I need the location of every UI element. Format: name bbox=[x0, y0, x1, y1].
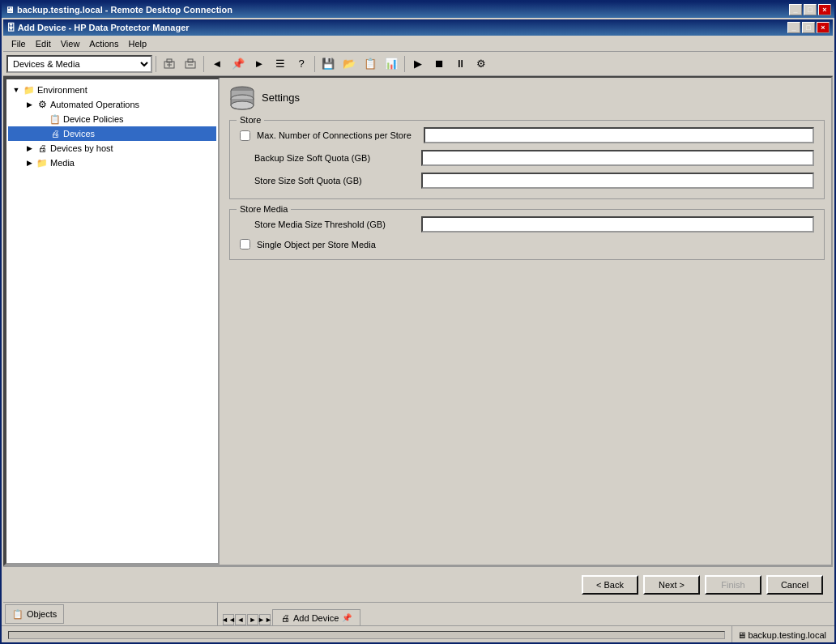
tree-expander-media[interactable]: ▶ bbox=[23, 159, 36, 167]
server-icon: 🖥 bbox=[737, 630, 746, 640]
tree-label-media: Media bbox=[50, 158, 75, 168]
tree-icon-devices: 🖨 bbox=[49, 127, 62, 140]
settings-panel: Settings Store Max. Number of Connection… bbox=[223, 78, 831, 565]
tab-nav-next[interactable]: ► bbox=[247, 614, 258, 625]
tree-expander-automated-ops[interactable]: ▶ bbox=[23, 100, 36, 109]
tree-item-devices-by-host[interactable]: ▶ 🖨 Devices by host bbox=[8, 141, 216, 156]
inner-title-bar: 🗄 Add Device - HP Data Protector Manager… bbox=[3, 19, 833, 36]
max-connections-input[interactable] bbox=[424, 127, 814, 143]
backup-size-input[interactable] bbox=[421, 150, 814, 166]
menu-file[interactable]: File bbox=[6, 37, 31, 50]
menu-help[interactable]: Help bbox=[123, 37, 151, 50]
toolbar-view2-btn[interactable]: 📊 bbox=[382, 54, 401, 74]
toolbar-nav-next-btn[interactable]: ► bbox=[250, 54, 269, 74]
finish-button[interactable]: Finish bbox=[705, 575, 761, 595]
outer-restore-btn[interactable]: □ bbox=[804, 4, 817, 15]
store-size-row: Store Size Soft Quota (GB) bbox=[240, 173, 814, 189]
toolbar-help-btn[interactable]: ? bbox=[292, 54, 311, 74]
tree-label-devices: Devices bbox=[63, 129, 95, 139]
tree-item-media[interactable]: ▶ 📁 Media bbox=[8, 156, 216, 170]
store-size-label: Store Size Soft Quota (GB) bbox=[254, 176, 416, 186]
toolbar-view1-btn[interactable]: 📋 bbox=[360, 54, 380, 74]
tree-item-device-policies[interactable]: ▶ 📋 Device Policies bbox=[8, 112, 216, 126]
toolbar-restore-btn[interactable]: 📂 bbox=[339, 54, 359, 74]
outer-window-title: backup.testing.local - Remote Desktop Co… bbox=[17, 5, 232, 15]
tab-add-device[interactable]: 🖨 Add Device 📌 bbox=[272, 609, 360, 625]
bottom-bar: 📋 Objects ◄◄ ◄ ► ►► 🖨 Add Device 📌 bbox=[3, 602, 833, 625]
toolbar-stop-btn[interactable]: ⏹ bbox=[429, 54, 449, 74]
max-connections-checkbox[interactable] bbox=[240, 130, 250, 141]
store-media-group-title: Store Media bbox=[237, 204, 291, 214]
tab-nav-arrows: ◄◄ ◄ ► ►► bbox=[221, 614, 272, 625]
horizontal-scrollbar[interactable] bbox=[8, 631, 725, 639]
status-scrollbar-area bbox=[5, 626, 728, 643]
menu-actions[interactable]: Actions bbox=[84, 37, 123, 50]
tree-item-environment[interactable]: ▼ 📁 Environment bbox=[8, 83, 216, 97]
tab-nav-prev[interactable]: ◄ bbox=[235, 614, 246, 625]
single-object-row: Single Object per Store Media bbox=[240, 239, 814, 249]
objects-button[interactable]: 📋 Objects bbox=[5, 604, 64, 624]
toolbar-add-btn[interactable] bbox=[160, 54, 179, 74]
tab-pin-icon: 📌 bbox=[342, 613, 352, 622]
settings-header: Settings bbox=[229, 84, 825, 110]
status-bar: 🖥 backup.testing.local bbox=[2, 625, 834, 643]
server-name: backup.testing.local bbox=[748, 630, 826, 640]
menu-view[interactable]: View bbox=[56, 37, 85, 50]
toolbar-pin-btn[interactable]: 📌 bbox=[228, 54, 248, 74]
store-size-input[interactable] bbox=[421, 173, 814, 189]
objects-icon: 📋 bbox=[12, 609, 23, 620]
tree-label-devices-by-host: Devices by host bbox=[50, 143, 113, 153]
objects-label: Objects bbox=[27, 609, 57, 619]
toolbar-start-btn[interactable]: ▶ bbox=[408, 54, 428, 74]
context-dropdown[interactable]: Devices & Media bbox=[6, 55, 152, 73]
threshold-row: Store Media Size Threshold (GB) bbox=[240, 216, 814, 232]
inner-restore-btn[interactable]: □ bbox=[802, 22, 815, 33]
svg-point-9 bbox=[231, 101, 254, 109]
tab-bar: ◄◄ ◄ ► ►► 🖨 Add Device 📌 bbox=[218, 603, 833, 625]
threshold-label: Store Media Size Threshold (GB) bbox=[254, 220, 416, 229]
tree-icon-media: 📁 bbox=[36, 156, 49, 169]
toolbar-separator-1 bbox=[156, 56, 156, 72]
toolbar-separator-2 bbox=[203, 56, 204, 72]
toolbar-pause-btn[interactable]: ⏸ bbox=[450, 54, 470, 74]
outer-minimize-btn[interactable]: _ bbox=[789, 4, 802, 15]
tree-expander-environment[interactable]: ▼ bbox=[10, 86, 23, 94]
back-button[interactable]: < Back bbox=[582, 575, 638, 595]
tree-label-environment: Environment bbox=[37, 85, 87, 95]
wizard-nav: < Back Next > Finish Cancel bbox=[3, 566, 833, 602]
inner-minimize-btn[interactable]: _ bbox=[787, 22, 800, 33]
backup-size-row: Backup Size Soft Quota (GB) bbox=[240, 150, 814, 166]
toolbar-list-btn[interactable]: ☰ bbox=[271, 54, 290, 74]
tree-item-devices[interactable]: ▶ 🖨 Devices bbox=[8, 126, 216, 141]
max-connections-row: Max. Number of Connections per Store bbox=[240, 127, 814, 143]
objects-bar: 📋 Objects bbox=[3, 603, 218, 625]
tab-label: Add Device bbox=[293, 613, 339, 623]
tree-icon-environment: 📁 bbox=[23, 83, 36, 96]
outer-window: 🖥 backup.testing.local - Remote Desktop … bbox=[0, 0, 836, 644]
outer-close-btn[interactable]: × bbox=[818, 4, 831, 15]
outer-title-bar: 🖥 backup.testing.local - Remote Desktop … bbox=[2, 2, 834, 18]
next-button[interactable]: Next > bbox=[643, 575, 700, 595]
settings-icon bbox=[229, 84, 255, 110]
single-object-label: Single Object per Store Media bbox=[257, 240, 419, 249]
toolbar-delete-btn[interactable] bbox=[181, 54, 200, 74]
tree-item-automated-ops[interactable]: ▶ ⚙ Automated Operations bbox=[8, 97, 216, 112]
toolbar-backup-btn[interactable]: 💾 bbox=[318, 54, 338, 74]
threshold-input[interactable] bbox=[421, 216, 814, 232]
toolbar-nav-prev-btn[interactable]: ◄ bbox=[207, 54, 227, 74]
cancel-button[interactable]: Cancel bbox=[766, 575, 823, 595]
toolbar: Devices & Media ◄ 📌 ► ☰ ? 💾 📂 📋 📊 ▶ ⏹ ⏸ … bbox=[3, 52, 833, 76]
menu-edit[interactable]: Edit bbox=[31, 37, 56, 50]
inner-window-title: Add Device - HP Data Protector Manager bbox=[18, 23, 190, 32]
single-object-checkbox[interactable] bbox=[240, 239, 250, 249]
tab-nav-last[interactable]: ►► bbox=[259, 614, 271, 625]
tree-icon-device-policies: 📋 bbox=[49, 113, 62, 126]
toolbar-separator-4 bbox=[404, 56, 405, 72]
inner-window-icon: 🗄 bbox=[6, 23, 15, 32]
tab-nav-first[interactable]: ◄◄ bbox=[223, 614, 234, 625]
inner-close-btn[interactable]: × bbox=[817, 22, 830, 33]
tree-expander-devices-by-host[interactable]: ▶ bbox=[23, 144, 36, 152]
toolbar-extra-btn[interactable]: ⚙ bbox=[471, 54, 491, 74]
store-media-group-box: Store Media Store Media Size Threshold (… bbox=[229, 209, 825, 260]
tab-icon: 🖨 bbox=[281, 613, 290, 623]
